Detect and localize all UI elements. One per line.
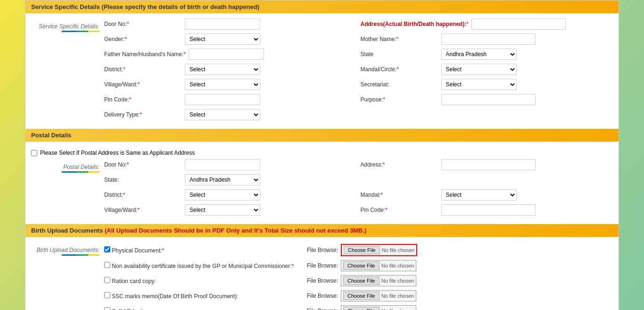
ssc-choose-btn[interactable]: Choose File [343, 292, 380, 300]
affidavit-checkbox[interactable] [104, 307, 110, 310]
district-select[interactable]: Select [185, 64, 260, 75]
postal-pincode-label: Pin Code:* [361, 207, 438, 213]
nonavail-file-wrapper: Choose File No file chosen [341, 260, 416, 271]
postal-state-label: State: [104, 176, 182, 183]
file-browse-label-1: File Browse: [307, 247, 338, 253]
postal-cell-village: Village/Ward:* Select [104, 204, 357, 216]
nonavail-label-area: Non availability certificate issued by t… [104, 262, 302, 269]
ration-checkbox[interactable] [104, 277, 110, 283]
affidavit-label-area: Self Affidavit: [104, 307, 302, 310]
upload-row-ssc: SSC marks memo(Date Of Birth Proof Docum… [104, 288, 613, 303]
upload-row-affidavit: Self Affidavit: File Browse: Choose File… [104, 303, 613, 310]
row-district-mandal: District:* Select Mandal/Circle:* [104, 64, 613, 75]
postal-cell-door: Door No:* [104, 159, 357, 170]
physical-doc-choose-btn[interactable]: Choose File [344, 246, 380, 254]
cell-father-name: Father Name/Husband's Name:* [104, 49, 357, 60]
postal-village-select[interactable]: Select [185, 204, 260, 216]
mandal-label: Mandal/Circle:* [361, 66, 438, 73]
postal-same-checkbox[interactable] [31, 150, 37, 156]
upload-fields: Physical Document:* File Browse: Choose … [104, 242, 613, 310]
service-specific-header: Service Specific Details (Please specify… [25, 0, 619, 14]
physical-doc-file-wrapper: Choose File No file chosen [341, 244, 417, 256]
row-village-secretariat: Village/Ward:* Select Secretariat: [104, 79, 613, 90]
file-browse-label-4: File Browse: [307, 293, 338, 299]
postal-row-state: State: Andhra Pradesh Telangana [104, 174, 613, 185]
postal-district-select[interactable]: Select [185, 189, 260, 201]
postal-section-header: Postal Details [25, 129, 619, 142]
ssc-label-area: SSC marks memo(Date Of Birth Proof Docum… [104, 292, 302, 300]
delivery-select[interactable]: Select Normal Tatkal [185, 109, 260, 120]
door-no-input[interactable] [185, 18, 260, 30]
ration-label: Ration card copy: [112, 278, 156, 285]
postal-door-input[interactable] [185, 159, 260, 170]
address-label: Address(Actual Birth/Death happened):* [361, 21, 469, 27]
service-specific-content: Service Specific Details: Door No:* [25, 14, 619, 129]
nonavail-choose-btn[interactable]: Choose File [343, 261, 380, 270]
father-name-input[interactable] [189, 49, 264, 60]
cell-village: Village/Ward:* Select [104, 79, 357, 90]
secretariat-label: Secretariat: [361, 81, 438, 88]
cell-gender: Gender:* Select Male Female Other [104, 34, 357, 45]
address-input[interactable] [471, 18, 566, 30]
postal-underline [62, 171, 99, 173]
file-browse-label-3: File Browse: [307, 277, 338, 284]
ssc-file-wrapper: Choose File No file chosen [341, 290, 416, 302]
file-browse-label-2: File Browse: [307, 262, 338, 269]
ration-browse: File Browse: Choose File No file chosen [307, 275, 416, 286]
postal-village-label: Village/Ward:* [104, 207, 182, 213]
ration-choose-btn[interactable]: Choose File [343, 276, 380, 285]
postal-form: Postal Details: Door No:* [31, 159, 613, 219]
postal-mandal-label: Mandal:* [361, 192, 438, 198]
mother-name-input[interactable] [441, 34, 536, 45]
mandal-select[interactable]: Select [441, 64, 517, 75]
village-select[interactable]: Select [185, 79, 260, 90]
physical-doc-checkbox[interactable] [104, 246, 110, 252]
upload-row-nonavail: Non availability certificate issued by t… [104, 258, 613, 273]
service-specific-underline [62, 31, 99, 32]
nonavail-checkbox[interactable] [104, 262, 110, 268]
postal-pincode-input[interactable] [441, 204, 536, 216]
row-father-state: Father Name/Husband's Name:* State Andhr… [104, 49, 613, 60]
postal-cell-district: District:* Select [104, 189, 357, 201]
purpose-input[interactable] [441, 94, 536, 105]
physical-doc-label-area: Physical Document:* [104, 246, 302, 254]
postal-address-input[interactable] [441, 159, 536, 170]
cell-pincode: Pin Code:* [104, 94, 357, 105]
postal-state-select[interactable]: Andhra Pradesh Telangana [185, 174, 260, 185]
upload-section-header: Birth Upload Documents (All Upload Docum… [25, 224, 619, 237]
postal-row-door-address: Door No:* Address:* [104, 159, 613, 170]
service-specific-form: Service Specific Details: Door No:* [31, 18, 613, 124]
upload-section-title: Birth Upload Documents (All Upload Docum… [31, 227, 366, 234]
delivery-label: Delivery Type:* [104, 111, 182, 118]
pincode-input[interactable] [185, 94, 260, 105]
row-door-address: Door No:* Address(Actual Birth/Death hap… [104, 18, 613, 30]
postal-cell-address: Address:* [361, 159, 613, 170]
ssc-browse: File Browse: Choose File No file chosen [307, 290, 416, 302]
service-specific-label: Service Specific Details: [39, 23, 99, 30]
gender-select[interactable]: Select Male Female Other [185, 34, 260, 45]
cell-state: State Andhra Pradesh Telangana Karnataka [361, 49, 613, 60]
secretariat-select[interactable]: Select [441, 79, 517, 90]
ssc-checkbox[interactable] [104, 292, 110, 298]
affidavit-choose-btn[interactable]: Choose File [343, 307, 380, 310]
state-select[interactable]: Andhra Pradesh Telangana Karnataka [441, 49, 517, 60]
village-label: Village/Ward:* [104, 81, 182, 88]
upload-label-col: Birth Upload Documents: [31, 242, 104, 310]
postal-same-label[interactable]: Please Select If Postal Address is Same … [40, 150, 195, 156]
upload-notice: (All Upload Documents Should be in PDF O… [105, 227, 366, 234]
postal-mandal-select[interactable]: Select [441, 189, 517, 201]
state-label: State [361, 51, 438, 58]
postal-label: Postal Details: [63, 164, 99, 170]
upload-content: Birth Upload Documents: Physical Documen… [25, 237, 619, 310]
postal-district-label: District:* [104, 192, 182, 198]
purpose-label: Purpose:* [361, 96, 438, 103]
affidavit-label: Self Affidavit: [112, 308, 144, 310]
mother-name-label: Mother Name:* [361, 36, 438, 42]
upload-row-ration: Ration card copy: File Browse: Choose Fi… [104, 273, 613, 288]
pincode-label: Pin Code:* [104, 96, 182, 103]
upload-label: Birth Upload Documents: [37, 247, 99, 253]
postal-cell-state: State: Andhra Pradesh Telangana [104, 174, 357, 185]
physical-doc-no-file: No file chosen [380, 247, 415, 253]
upload-underline [62, 254, 99, 256]
file-browse-label-5: File Browse: [307, 308, 338, 310]
